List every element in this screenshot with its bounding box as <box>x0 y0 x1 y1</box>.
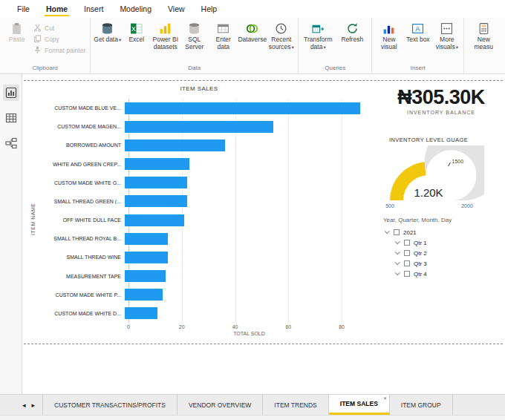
tab-scroll-right-button[interactable]: ▸ <box>29 395 39 415</box>
calculator-icon <box>476 22 491 35</box>
workspace: ITEM SALES ITEM NAME CUSTOM MADE BLUE VE… <box>0 74 505 394</box>
copy-button[interactable]: Copy <box>31 33 88 45</box>
powerbi-datasets-button[interactable]: Power BI datasets <box>151 19 180 53</box>
bar[interactable] <box>125 102 360 114</box>
slicer-header: Year, Quarter, Month, Day <box>383 217 502 223</box>
card-visual[interactable]: ₦305.30K INVENTORY BALANCE <box>379 86 504 115</box>
recent-sources-button[interactable]: Recent sources▾ <box>267 19 296 53</box>
bar-row: CUSTOM MADE WHITE P... <box>37 286 368 304</box>
bar-track <box>125 121 368 133</box>
dataverse-button[interactable]: Dataverse <box>238 19 267 46</box>
gauge-min-label: 500 <box>385 203 394 209</box>
chart-title: ITEM SALES <box>24 81 374 92</box>
paste-button[interactable]: Paste <box>2 19 31 46</box>
cut-button[interactable]: Cut <box>31 22 88 33</box>
close-icon[interactable]: × <box>383 395 387 401</box>
checkbox-qtr3[interactable] <box>404 260 410 266</box>
enter-data-button[interactable]: Enter data <box>209 19 238 53</box>
get-data-button[interactable]: Get data▾ <box>93 19 122 46</box>
chevron-down-icon: ▾ <box>119 37 121 42</box>
bar[interactable] <box>125 121 273 133</box>
menu-view[interactable]: View <box>160 0 193 18</box>
tab-scroll-left-button[interactable]: ◂ <box>19 395 29 415</box>
bar-category-label: CUSTOM MADE WHITE D... <box>37 311 125 316</box>
slicer-item-qtr2[interactable]: Qtr 2 <box>394 248 502 258</box>
tab-customer-transactions-profits[interactable]: CUSTOMER TRANSACTINS/PROFITS <box>42 395 177 415</box>
gauge-target-label: 1500 <box>452 159 464 164</box>
menu-file[interactable]: File <box>9 0 38 18</box>
chevron-down-icon[interactable] <box>395 249 400 255</box>
tab-item-sales[interactable]: ITEM SALES × <box>329 395 390 415</box>
menu-help[interactable]: Help <box>193 0 226 18</box>
format-painter-button[interactable]: Format painter <box>31 45 88 56</box>
page-tab-strip: ◂ ▸ CUSTOMER TRANSACTINS/PROFITS VENDOR … <box>0 394 505 415</box>
checkbox-qtr1[interactable] <box>404 240 410 246</box>
slicer-item-2021[interactable]: 2021 <box>383 227 502 237</box>
slicer-visual[interactable]: Year, Quarter, Month, Day 2021 Qtr 1 Qtr… <box>383 217 502 279</box>
menu-home[interactable]: Home <box>38 0 76 18</box>
tab-item-group[interactable]: ITEM GROUP <box>390 395 453 415</box>
transform-data-button[interactable]: Transform data▾ <box>301 19 335 53</box>
bar-track <box>125 102 368 114</box>
chevron-down-icon[interactable] <box>385 229 390 234</box>
gauge-target-line <box>449 163 451 166</box>
text-box-button[interactable]: A Text box <box>403 19 432 46</box>
tab-vendor-overview[interactable]: VENDOR OVERVIEW <box>177 395 263 415</box>
data-view-button[interactable] <box>3 110 19 126</box>
slicer-item-qtr4[interactable]: Qtr 4 <box>394 269 502 279</box>
excel-button[interactable]: X Excel <box>122 19 151 46</box>
bar[interactable] <box>125 177 187 188</box>
refresh-button[interactable]: Refresh <box>335 19 369 46</box>
report-view-button[interactable] <box>3 85 19 101</box>
bar-category-label: CUSTOM MADE BLUE VE... <box>37 105 125 111</box>
bar-chart-visual[interactable]: ITEM SALES ITEM NAME CUSTOM MADE BLUE VE… <box>24 81 374 342</box>
plot-area: CUSTOM MADE BLUE VE...CUSTOM MADE MAGEN.… <box>37 99 370 339</box>
bar[interactable] <box>125 289 163 301</box>
text-box-icon: A <box>411 22 426 35</box>
bar-row: WHITE AND GREEN CREP... <box>37 155 368 174</box>
menu-insert[interactable]: Insert <box>76 0 111 18</box>
bar-row: CUSTOM MADE WHITE G... <box>37 174 368 192</box>
dataverse-label: Dataverse <box>238 36 267 44</box>
bar[interactable] <box>125 214 184 226</box>
calculations-group-label <box>466 70 503 73</box>
menu-modeling[interactable]: Modeling <box>111 0 160 18</box>
bar[interactable] <box>125 158 189 170</box>
ribbon-group-clipboard: Paste Cut Copy Format painter Clipboard <box>0 18 91 73</box>
checkbox-qtr4[interactable] <box>404 271 410 277</box>
view-rail <box>0 74 22 394</box>
checkbox-2021[interactable] <box>394 229 400 235</box>
bar-track <box>125 214 368 226</box>
ribbon-group-data: Get data▾ X Excel Power BI datasets SQL … <box>91 18 299 73</box>
checkbox-qtr2[interactable] <box>404 250 410 256</box>
tab-label: ITEM SALES <box>340 400 378 407</box>
slicer-item-qtr3[interactable]: Qtr 3 <box>394 258 502 269</box>
more-visuals-label: More visuals▾ <box>433 36 460 51</box>
chevron-down-icon[interactable] <box>395 239 400 244</box>
model-view-button[interactable] <box>3 135 19 151</box>
bar[interactable] <box>125 252 168 263</box>
x-tick-label: 40 <box>232 324 238 329</box>
bar[interactable] <box>125 270 166 282</box>
sql-server-button[interactable]: SQL Server <box>180 19 209 53</box>
more-visuals-button[interactable]: More visuals▾ <box>432 19 461 53</box>
bar[interactable] <box>125 233 168 245</box>
chevron-down-icon: ▾ <box>323 45 325 50</box>
report-canvas[interactable]: ITEM SALES ITEM NAME CUSTOM MADE BLUE VE… <box>22 74 505 394</box>
status-strip <box>0 415 505 420</box>
svg-text:A: A <box>416 24 421 32</box>
bar-category-label: WHITE AND GREEN CREP... <box>37 162 125 167</box>
chevron-down-icon[interactable] <box>395 270 400 275</box>
new-measure-button[interactable]: New measu <box>466 19 501 53</box>
bar[interactable] <box>125 140 225 151</box>
bar-row: BORROWED AMOUNT <box>37 136 368 154</box>
slicer-item-qtr1[interactable]: Qtr 1 <box>394 237 502 248</box>
model-view-icon <box>5 137 17 149</box>
bar[interactable] <box>125 307 157 319</box>
gauge-visual[interactable]: INVENTORY LEVEL GUAGE 1500 1.20K 500 200… <box>362 137 495 214</box>
new-visual-button[interactable]: New visual <box>374 19 403 53</box>
chevron-down-icon[interactable] <box>395 260 400 265</box>
bar[interactable] <box>125 195 187 207</box>
tab-item-trends[interactable]: ITEM TRENDS <box>263 395 328 415</box>
bar-track <box>125 289 368 301</box>
